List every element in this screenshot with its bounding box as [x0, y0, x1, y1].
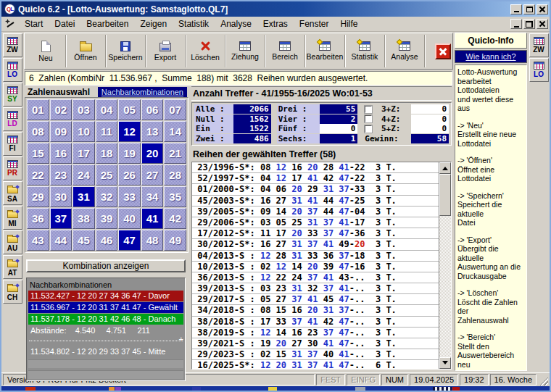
- mdi-close-button[interactable]: [536, 19, 548, 29]
- scroll-up-button[interactable]: [439, 162, 451, 174]
- left-tool-au[interactable]: AU: [3, 230, 22, 254]
- number-cell-25[interactable]: 25: [96, 164, 118, 185]
- wie-kann-ich-link[interactable]: Wie kann ich?: [455, 50, 527, 63]
- number-cell-40[interactable]: 40: [118, 208, 141, 229]
- number-cell-32[interactable]: 32: [96, 186, 118, 207]
- toolbar-close-button[interactable]: [435, 43, 451, 59]
- left-tool-fi[interactable]: FI: [3, 132, 22, 156]
- result-row[interactable]: 29/2017-S : 05 27 37 41 45 47-.. 3 T.: [192, 294, 439, 305]
- toolbar-button-statistik[interactable]: Statistik: [345, 35, 385, 67]
- scroll-down-button[interactable]: [439, 357, 451, 369]
- number-cell-16[interactable]: 16: [50, 143, 72, 164]
- result-row[interactable]: 17/2012-S*: 11 17 20 33 37 47-36 3 T.: [192, 228, 439, 239]
- result-row[interactable]: 16/2025-S*: 12 20 31 37 41 47-.. 6 T.: [192, 360, 439, 369]
- result-row[interactable]: 36/2013-S : 12 22 24 37 41 43-.. 3 T.: [192, 272, 439, 283]
- neighbor-mitte-row[interactable]: 11.534.802 - 12 20 29 33 37 45 - Mitte: [28, 346, 183, 357]
- menu-item-analyse[interactable]: Analyse: [215, 17, 257, 31]
- checkbox--5-z-[interactable]: [365, 125, 372, 133]
- neighbor-row-davor[interactable]: 11.532.427 - 12 20 27 34 36 47 - Davor: [28, 291, 183, 301]
- number-cell-38[interactable]: 38: [72, 208, 95, 229]
- number-cell-15[interactable]: 15: [27, 143, 49, 164]
- left-tool-ch[interactable]: CH: [3, 280, 22, 304]
- number-cell-43[interactable]: 43: [27, 230, 49, 251]
- number-cell-49[interactable]: 49: [164, 230, 186, 251]
- menu-item-fenster[interactable]: Fenster: [294, 17, 335, 31]
- result-row[interactable]: 23/1996-S*: 08 12 16 20 28 41-22 3 T.: [192, 162, 439, 173]
- left-tool-sy[interactable]: SY: [3, 83, 22, 107]
- menu-item-hilfe[interactable]: Hilfe: [335, 17, 364, 31]
- menu-item-zeigen[interactable]: Zeigen: [134, 17, 173, 31]
- number-cell-36[interactable]: 36: [27, 208, 49, 229]
- number-cell-35[interactable]: 35: [164, 186, 186, 207]
- result-row[interactable]: 45/2003-S*: 16 27 31 41 44 47-25 3 T.: [192, 196, 439, 207]
- result-row[interactable]: 34/2018-S : 08 15 16 20 31 37-.. 3 T.: [192, 305, 439, 316]
- toolbar-button-speichern[interactable]: Speichern: [106, 35, 146, 67]
- number-cell-6[interactable]: 06: [141, 99, 164, 120]
- maximize-button[interactable]: [523, 4, 535, 14]
- menu-item-extras[interactable]: Extras: [257, 17, 294, 31]
- minimize-button[interactable]: [510, 4, 522, 14]
- left-tool-at[interactable]: AT: [3, 255, 22, 279]
- left-tool-mi[interactable]: MI: [3, 206, 22, 230]
- toolbar-button-export[interactable]: Export: [146, 35, 186, 67]
- menu-item-start[interactable]: Start: [19, 17, 49, 31]
- number-cell-29[interactable]: 29: [27, 186, 49, 207]
- number-cell-41[interactable]: 41: [141, 208, 164, 229]
- number-cell-31[interactable]: 31: [72, 186, 95, 207]
- toolbar-button-ziehung[interactable]: Ziehung: [225, 35, 265, 67]
- number-cell-30[interactable]: 30: [50, 186, 72, 207]
- number-cell-12[interactable]: 12: [118, 121, 141, 142]
- neighbor-range-slider[interactable]: [29, 341, 183, 343]
- left-tool-sa[interactable]: SA: [3, 181, 22, 205]
- number-cell-26[interactable]: 26: [118, 164, 141, 185]
- number-cell-7[interactable]: 07: [164, 99, 186, 120]
- number-cell-33[interactable]: 33: [118, 186, 141, 207]
- result-row[interactable]: 10/2013-S : 02 12 14 20 39 47-16 3 T.: [192, 262, 439, 272]
- menu-item-datei[interactable]: Datei: [49, 17, 80, 31]
- mdi-minimize-button[interactable]: [510, 19, 522, 29]
- result-row[interactable]: 01/2000-S*: 04 06 20 29 31 37-33 3 T.: [192, 184, 439, 195]
- number-cell-3[interactable]: 03: [72, 99, 95, 120]
- result-row[interactable]: 38/2018-S : 17 33 37 41 42 47-.. 3 T.: [192, 317, 439, 328]
- result-row[interactable]: 30/2012-S*: 16 27 31 37 41 49-20 3 T.: [192, 239, 439, 250]
- number-cell-28[interactable]: 28: [164, 164, 186, 185]
- left-tool-lo[interactable]: LO: [3, 58, 22, 82]
- menu-item-bearbeiten[interactable]: Bearbeiten: [80, 17, 134, 31]
- number-cell-24[interactable]: 24: [72, 164, 95, 185]
- number-cell-34[interactable]: 34: [141, 186, 164, 207]
- toolbar-button-öffnen[interactable]: Öffnen: [66, 35, 106, 67]
- number-cell-20[interactable]: 20: [141, 143, 164, 164]
- show-combination-button[interactable]: Kombination anzeigen: [26, 259, 186, 272]
- number-cell-46[interactable]: 46: [96, 230, 118, 251]
- number-cell-18[interactable]: 18: [96, 143, 118, 164]
- number-cell-21[interactable]: 21: [164, 143, 186, 164]
- scrollbar-thumb[interactable]: [439, 174, 451, 216]
- number-cell-48[interactable]: 48: [141, 230, 164, 251]
- number-cell-37[interactable]: 37: [50, 208, 72, 229]
- number-cell-42[interactable]: 42: [164, 208, 186, 229]
- menu-item-statistik[interactable]: Statistik: [173, 17, 215, 31]
- number-cell-39[interactable]: 39: [96, 208, 118, 229]
- result-row[interactable]: 38/2019-S : 12 14 16 23 37 47-.. 3 T.: [192, 328, 439, 338]
- close-button[interactable]: [536, 4, 548, 14]
- left-tool-pr[interactable]: PR: [3, 157, 22, 180]
- result-row[interactable]: 39/2021-S : 19 20 27 30 41 47-.. 3 T.: [192, 338, 439, 349]
- checkbox--3-z-[interactable]: [365, 106, 372, 113]
- right-tool-lo[interactable]: LO: [529, 58, 549, 82]
- toolbar-button-bearbeiten[interactable]: Bearbeiten: [305, 35, 345, 67]
- number-cell-11[interactable]: 11: [96, 121, 118, 142]
- toolbar-button-löschen[interactable]: Löschen: [186, 35, 225, 67]
- mdi-restore-button[interactable]: [523, 19, 535, 29]
- number-cell-47[interactable]: 47: [118, 230, 141, 251]
- number-cell-8[interactable]: 08: [27, 121, 49, 142]
- number-cell-9[interactable]: 09: [50, 121, 72, 142]
- result-row[interactable]: 29/2006-S*: 03 05 25 31 37 41-17 3 T.: [192, 217, 439, 228]
- number-cell-2[interactable]: 02: [50, 99, 72, 120]
- number-cell-14[interactable]: 14: [164, 121, 186, 142]
- toolbar-button-analyse[interactable]: Analyse: [385, 35, 425, 67]
- right-tool-zw[interactable]: ZW: [529, 33, 549, 57]
- number-cell-44[interactable]: 44: [50, 230, 72, 251]
- left-tool-zw[interactable]: ZW: [3, 33, 22, 57]
- result-row[interactable]: 39/2005-S*: 09 14 20 37 44 47-04 3 T.: [192, 207, 439, 217]
- neighbor-row-danach[interactable]: 11.537.178 - 12 20 31 42 46 48 - Danach: [28, 314, 183, 325]
